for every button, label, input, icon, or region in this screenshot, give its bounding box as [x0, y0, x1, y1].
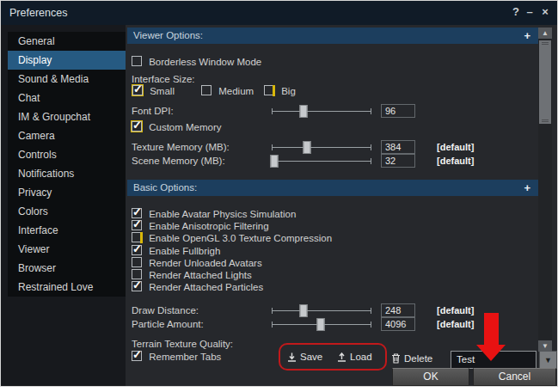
draw-distance-default: [default] — [437, 305, 474, 315]
remember-tabs-label: Remember Tabs — [149, 351, 221, 364]
particle-amount-default: [default] — [437, 319, 474, 329]
avatar-physics-label: Enable Avatar Physics Simulation — [149, 208, 296, 221]
particle-amount-slider-handle[interactable] — [316, 318, 324, 331]
sidebar-item-chat[interactable]: Chat — [8, 89, 126, 107]
draw-distance-row: Draw Distance: 248 [default] — [132, 304, 531, 318]
texture-memory-slider-handle[interactable] — [303, 141, 310, 154]
annotation-arrow — [484, 313, 499, 346]
scene-memory-default: [default] — [437, 156, 474, 166]
sidebar-item-browser[interactable]: Browser — [8, 259, 126, 278]
size-option-big: Big — [264, 85, 296, 98]
borderless-window-row: Borderless Window Mode — [132, 56, 531, 70]
upload-icon — [337, 352, 346, 362]
size-medium-checkbox[interactable] — [201, 85, 212, 95]
ok-button[interactable]: OK — [392, 368, 469, 386]
load-label: Load — [350, 352, 372, 362]
sidebar-item-general[interactable]: General — [8, 32, 126, 51]
sidebar-item-im-groupchat[interactable]: IM & Groupchat — [8, 107, 126, 126]
scene-memory-slider[interactable] — [272, 155, 371, 168]
fullbright-label: Enable Fullbrigh — [149, 245, 220, 258]
draw-distance-slider-handle[interactable] — [300, 304, 308, 317]
sidebar-item-interface[interactable]: Interface — [8, 221, 126, 240]
texture-memory-row: Texture Memory (MB): 384 [default] — [132, 141, 531, 155]
font-dpi-value[interactable]: 96 — [381, 104, 415, 118]
particle-amount-value[interactable]: 4096 — [381, 317, 415, 331]
scrollbar-thumb[interactable] — [539, 40, 551, 124]
sidebar-item-restrained-love[interactable]: Restrained Love — [8, 278, 126, 297]
close-icon[interactable]: × — [538, 5, 552, 19]
custom-memory-label: Custom Memory — [149, 121, 221, 134]
particle-amount-slider[interactable] — [272, 318, 371, 331]
attached-particles-checkbox[interactable] — [132, 281, 142, 291]
remember-tabs-checkbox[interactable] — [132, 351, 142, 361]
scene-memory-label: Scene Memory (MB): — [132, 155, 225, 168]
opengl-compression-row: Enable OpenGL 3.0 Texture Compression — [132, 232, 531, 246]
download-icon — [287, 352, 297, 362]
size-big-checkbox[interactable] — [264, 85, 274, 95]
sidebar-item-sound-media[interactable]: Sound & Media — [8, 70, 126, 89]
draw-distance-value[interactable]: 248 — [381, 303, 415, 317]
expand-icon[interactable]: + — [524, 180, 530, 196]
size-option-small: Small — [132, 85, 175, 98]
viewer-options-title: Viewer Options: — [133, 30, 203, 40]
anisotropic-checkbox[interactable] — [132, 220, 142, 230]
window-title: Preferences — [9, 7, 67, 19]
fullbright-checkbox[interactable] — [132, 245, 142, 255]
opengl-compression-checkbox[interactable] — [132, 232, 142, 242]
sidebar-item-controls[interactable]: Controls — [8, 145, 126, 164]
sidebar-item-privacy[interactable]: Privacy — [8, 183, 126, 202]
viewer-options-header[interactable]: Viewer Options: + — [127, 28, 538, 44]
sidebar-item-notifications[interactable]: Notifications — [8, 164, 126, 183]
sidebar-item-display[interactable]: Display — [8, 51, 126, 70]
attached-particles-label: Render Attached Particles — [149, 281, 263, 294]
terrain-quality-label: Terrain Texture Quality: — [132, 338, 233, 351]
sidebar-item-colors[interactable]: Colors — [8, 202, 126, 221]
annotation-arrow-head — [476, 345, 506, 361]
size-small-checkbox[interactable] — [132, 85, 143, 95]
custom-memory-row: Custom Memory — [132, 121, 531, 135]
texture-memory-default: [default] — [437, 142, 474, 152]
terrain-quality-row: Terrain Texture Quality: — [132, 338, 531, 352]
opengl-compression-label: Enable OpenGL 3.0 Texture Compression — [149, 232, 332, 245]
delete-button[interactable]: Delete — [391, 349, 432, 367]
draw-distance-slider[interactable] — [272, 304, 371, 317]
title-bar: Preferences ? – × — [1, 1, 557, 25]
sidebar: General Display Sound & Media Chat IM & … — [1, 25, 126, 386]
font-dpi-row: Font DPI: 96 — [132, 105, 531, 119]
sidebar-item-camera[interactable]: Camera — [8, 126, 126, 145]
attached-particles-row: Render Attached Particles — [132, 281, 531, 295]
scrollbar[interactable]: ▲ ▼ — [538, 28, 552, 352]
load-button[interactable]: Load — [337, 347, 372, 365]
basic-options-header[interactable]: Basic Options: + — [127, 180, 538, 196]
font-dpi-slider[interactable] — [272, 105, 371, 118]
sidebar-items: General Display Sound & Media Chat IM & … — [8, 32, 126, 297]
particle-amount-label: Particle Amount: — [132, 318, 204, 331]
preset-dropdown-icon[interactable]: ▼ — [539, 351, 557, 369]
scroll-up-icon[interactable]: ▲ — [538, 28, 552, 39]
interface-size-options: Small Medium Big — [132, 85, 531, 100]
custom-memory-checkbox[interactable] — [132, 121, 142, 132]
borderless-window-label: Borderless Window Mode — [149, 56, 261, 69]
minimize-icon[interactable]: – — [523, 5, 537, 19]
cancel-button[interactable]: Cancel — [473, 368, 556, 386]
scroll-down-icon[interactable]: ▼ — [538, 340, 552, 352]
help-icon[interactable]: ? — [509, 5, 523, 19]
texture-memory-value[interactable]: 384 — [381, 140, 415, 154]
scene-memory-value[interactable]: 32 — [381, 154, 415, 168]
preferences-dialog: Preferences ? – × General Display Sound … — [0, 0, 558, 387]
borderless-window-checkbox[interactable] — [132, 56, 142, 66]
texture-memory-slider[interactable] — [272, 141, 371, 154]
sidebar-item-viewer[interactable]: Viewer — [8, 240, 126, 259]
expand-icon[interactable]: + — [524, 28, 530, 44]
attached-lights-label: Render Attached Lights — [149, 269, 252, 282]
scene-memory-slider-handle[interactable] — [271, 155, 279, 168]
font-dpi-slider-handle[interactable] — [300, 105, 308, 118]
unloaded-avatars-checkbox[interactable] — [132, 257, 142, 267]
display-panel: Viewer Options: + Borderless Window Mode… — [126, 25, 557, 386]
font-dpi-label: Font DPI: — [132, 105, 174, 118]
size-option-medium: Medium — [201, 85, 254, 98]
save-button[interactable]: Save — [287, 347, 322, 365]
size-medium-label: Medium — [218, 85, 254, 98]
save-label: Save — [300, 352, 322, 362]
particle-amount-row: Particle Amount: 4096 [default] — [132, 318, 531, 332]
